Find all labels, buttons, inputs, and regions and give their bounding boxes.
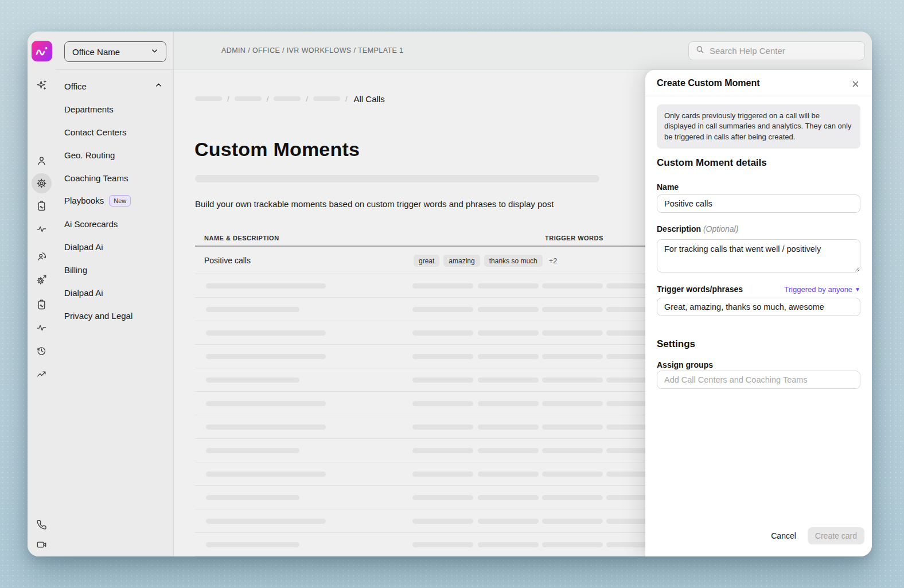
assign-groups-label: Assign groups <box>657 360 713 369</box>
column-header-trigger-words: TRIGGER WORDS <box>545 235 603 242</box>
playbook-icon[interactable] <box>36 200 48 212</box>
info-banner: Only cards previously triggered on a cal… <box>657 104 860 149</box>
breadcrumb: ADMIN / OFFICE / IVR WORKFLOWS / TEMPLAT… <box>221 46 403 54</box>
trigger-word-chip: great <box>414 255 439 267</box>
sidebar-item-label-wrap: Contact Centers <box>64 127 126 137</box>
sidebar-item-label: Departments <box>64 104 114 114</box>
trigger-label-row: Trigger words/phrases Triggered by anyon… <box>657 285 860 294</box>
pulse-icon[interactable] <box>36 223 48 235</box>
office-selector[interactable]: Office Name <box>64 41 166 62</box>
search-input[interactable] <box>710 46 858 56</box>
trigger-words-field[interactable] <box>657 298 860 316</box>
app-window: Office Name Office DepartmentsContact Ce… <box>28 32 872 556</box>
sidebar-item-privacy-and-legal[interactable]: Privacy and Legal <box>56 304 173 327</box>
sidebar-item-dialpad-ai[interactable]: Dialpad Ai <box>56 235 173 258</box>
assign-groups-field[interactable] <box>657 371 860 389</box>
skeleton-name-bar <box>206 330 326 336</box>
sidebar-item-label: Privacy and Legal <box>64 311 133 321</box>
skeleton-name-bar <box>206 401 326 406</box>
page-breadcrumb: //// All Calls <box>195 94 385 103</box>
skeleton-chip-bar <box>478 377 539 383</box>
skeleton-chip-bar <box>478 495 539 500</box>
skeleton-chip-bar <box>412 377 473 383</box>
icon-rail <box>28 32 56 556</box>
breadcrumb-skeleton-pill <box>235 96 262 101</box>
sidebar-item-label: Billing <box>64 265 87 275</box>
pulse-icon[interactable] <box>36 322 48 334</box>
skeleton-chip-bar <box>412 354 473 359</box>
sidebar-item-label: Dialpad Ai <box>64 242 103 252</box>
page-description: Build your own trackable moments based o… <box>195 199 554 209</box>
new-badge: New <box>109 195 131 206</box>
sidebar-item-contact-centers[interactable]: Contact Centers <box>56 120 173 143</box>
skeleton-name-bar <box>206 354 326 359</box>
skeleton-name-bar <box>206 472 326 477</box>
breadcrumb-skeleton-pill <box>313 96 340 101</box>
sparkles-icon[interactable] <box>36 79 48 91</box>
breadcrumb-current: All Calls <box>354 94 385 104</box>
person-icon[interactable] <box>36 155 48 167</box>
create-card-button[interactable]: Create card <box>808 527 864 544</box>
trigger-scope-label: Triggered by anyone <box>784 285 852 294</box>
gear-icon[interactable] <box>36 177 48 189</box>
column-header-name: NAME & DESCRIPTION <box>204 235 279 242</box>
sidebar-item-coaching-teams[interactable]: Coaching Teams <box>56 166 173 189</box>
breadcrumb-separator: / <box>227 95 229 103</box>
skeleton-name-bar <box>206 495 299 500</box>
description-field[interactable]: For tracking calls that went well / posi… <box>657 239 860 272</box>
playbook-icon[interactable] <box>36 299 48 311</box>
nav-section-office[interactable]: Office <box>56 75 173 98</box>
skeleton-chip-bar <box>542 307 603 312</box>
office-selector-label: Office Name <box>72 47 120 57</box>
panel-title: Create Custom Moment <box>657 78 760 88</box>
skeleton-chip-bar <box>412 542 473 547</box>
panel-actions: Cancel Create card <box>771 527 864 544</box>
trigger-words-label: Trigger words/phrases <box>657 285 743 294</box>
skeleton-chip-bar <box>542 542 603 547</box>
skeleton-chip-bar <box>478 472 539 477</box>
history-icon[interactable] <box>36 345 48 357</box>
sidebar-item-geo-routing[interactable]: Geo. Routing <box>56 143 173 166</box>
name-field[interactable] <box>657 194 860 213</box>
trigger-word-chip: thanks so much <box>484 255 543 267</box>
close-icon[interactable] <box>848 76 863 91</box>
sidebar-item-label: Coaching Teams <box>64 173 128 183</box>
skeleton-chip-bar <box>542 448 603 453</box>
sidebar-item-departments[interactable]: Departments <box>56 98 173 120</box>
gear-arrow-icon[interactable] <box>36 274 48 286</box>
chevron-down-icon <box>150 46 159 57</box>
details-heading: Custom Moment details <box>657 157 767 169</box>
trend-up-icon[interactable] <box>36 368 48 380</box>
description-label: Description (Optional) <box>657 224 738 233</box>
settings-heading: Settings <box>657 338 695 350</box>
sidebar-item-ai-scorecards[interactable]: Ai Scorecards <box>56 212 173 235</box>
dialpad-ai-logo[interactable] <box>32 41 52 61</box>
skeleton-name-bar <box>206 425 326 430</box>
sidebar-item-dialpad-ai[interactable]: Dialpad Ai <box>56 281 173 304</box>
sidebar-item-label: Geo. Routing <box>64 150 115 160</box>
sidebar-item-label-wrap: Ai Scorecards <box>64 219 118 229</box>
video-icon[interactable] <box>36 539 48 551</box>
breadcrumb-separator: / <box>345 95 348 103</box>
skeleton-chip-bar <box>412 425 473 430</box>
skeleton-chip-bar <box>478 283 539 289</box>
agent-history-icon[interactable] <box>36 251 48 263</box>
phone-icon[interactable] <box>36 519 48 531</box>
sidebar-item-billing[interactable]: Billing <box>56 258 173 281</box>
breadcrumb-skeleton-pill <box>195 96 222 101</box>
panel-divider <box>645 96 872 96</box>
sidebar-item-label-wrap: Coaching Teams <box>64 173 128 183</box>
skeleton-name-bar <box>206 283 326 289</box>
sidebar-item-playbooks[interactable]: PlaybooksNew <box>56 189 173 212</box>
skeleton-chip-bar <box>542 354 603 359</box>
trigger-scope-selector[interactable]: Triggered by anyone ▼ <box>784 285 860 294</box>
help-search[interactable] <box>688 41 865 60</box>
trigger-word-chips: greatamazingthanks so much+2 <box>414 255 558 267</box>
sidebar-item-label: Contact Centers <box>64 127 126 137</box>
skeleton-chip-bar <box>542 283 603 289</box>
skeleton-chip-bar <box>412 519 473 524</box>
name-label: Name <box>657 182 679 192</box>
skeleton-chip-bar <box>478 425 539 430</box>
cancel-button[interactable]: Cancel <box>771 531 796 540</box>
description-label-text: Description <box>657 224 701 233</box>
